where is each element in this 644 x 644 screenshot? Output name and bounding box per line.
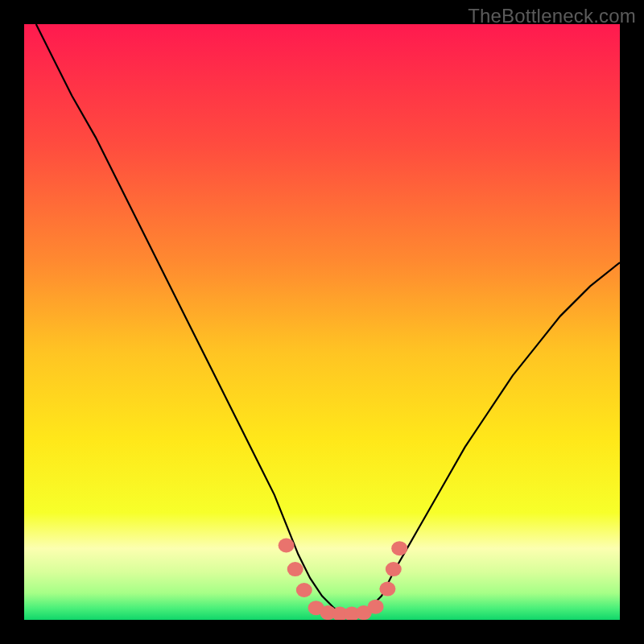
plot-area: [24, 24, 620, 620]
data-marker: [386, 562, 402, 576]
data-marker: [296, 583, 312, 597]
data-marker: [391, 541, 407, 555]
data-marker: [279, 539, 295, 553]
bottleneck-chart: [24, 24, 620, 620]
watermark-text: TheBottleneck.com: [468, 5, 636, 27]
data-marker: [368, 600, 384, 614]
data-marker: [287, 562, 303, 576]
data-marker: [379, 582, 395, 597]
chart-frame: TheBottleneck.com: [0, 0, 644, 644]
gradient-background: [24, 24, 620, 620]
